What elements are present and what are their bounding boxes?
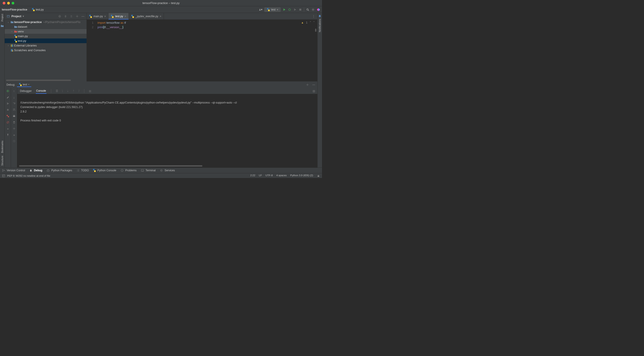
- hide-debug-panel-icon[interactable]: —: [312, 83, 316, 86]
- tree-file-main[interactable]: main.py: [5, 34, 86, 38]
- project-panel-title[interactable]: Project: [12, 14, 21, 18]
- close-tab-icon[interactable]: ×: [104, 14, 106, 18]
- debug-console-settings-icon[interactable]: [12, 127, 16, 130]
- close-session-icon[interactable]: ×: [28, 83, 30, 86]
- browse-history-icon[interactable]: [12, 139, 16, 143]
- breadcrumb-project[interactable]: tensorFlow-practice: [2, 8, 27, 11]
- soft-wrap-icon[interactable]: [12, 102, 16, 105]
- horizontal-scrollbar[interactable]: [6, 80, 71, 81]
- bookmarks-tool-button[interactable]: Bookmarks: [1, 141, 4, 153]
- indent-settings[interactable]: 4 spaces: [276, 174, 287, 178]
- select-opened-file-icon[interactable]: [58, 14, 62, 18]
- tree-folder-venv[interactable]: › venv: [5, 29, 86, 34]
- user-icon[interactable]: ▾: [259, 8, 262, 12]
- tab-pydev[interactable]: _pydev_execfile.py ×: [129, 13, 164, 20]
- jetbrains-toolbox-icon[interactable]: [317, 8, 320, 12]
- expand-all-icon[interactable]: [64, 14, 67, 18]
- close-tab-icon[interactable]: ×: [160, 14, 162, 18]
- debug-settings-icon[interactable]: [306, 83, 309, 86]
- cursor-position[interactable]: 2:22: [250, 174, 255, 178]
- services-tool[interactable]: Services: [160, 168, 175, 172]
- step-out-icon[interactable]: ⇡: [72, 90, 75, 92]
- debug-button[interactable]: [288, 8, 291, 12]
- pin-icon[interactable]: [6, 133, 10, 137]
- tree-external-libraries[interactable]: › External Libraries: [5, 43, 86, 48]
- evaluate-icon[interactable]: ▦: [89, 90, 91, 92]
- panel-settings-icon[interactable]: [75, 14, 79, 18]
- console-horizontal-scrollbar[interactable]: [19, 165, 202, 166]
- step-into-icon[interactable]: ⤵: [62, 90, 63, 92]
- up-stack-icon[interactable]: ↑: [12, 89, 16, 93]
- editor-scrollbar-marker[interactable]: [315, 28, 316, 32]
- tab-main[interactable]: main.py ×: [87, 13, 108, 20]
- project-tool-button[interactable]: Project: [1, 14, 4, 22]
- hide-panel-icon[interactable]: —: [81, 14, 85, 18]
- breadcrumb-file[interactable]: test.py: [36, 8, 44, 11]
- print-icon[interactable]: [12, 114, 16, 118]
- stop-debug-icon[interactable]: [6, 108, 10, 112]
- lock-icon[interactable]: [317, 174, 320, 178]
- scroll-to-end-icon[interactable]: [12, 108, 16, 112]
- coverage-button[interactable]: [293, 8, 297, 12]
- version-control-tool[interactable]: Version Control: [2, 168, 25, 172]
- resume-icon[interactable]: [6, 102, 10, 105]
- settings-button[interactable]: [311, 8, 315, 12]
- line-separator[interactable]: LF: [259, 174, 262, 178]
- close-tab-icon[interactable]: ×: [124, 14, 126, 18]
- inspection-badges[interactable]: ▲ 1 ˄ ˅: [301, 21, 314, 24]
- warning-icon[interactable]: ▲: [301, 21, 304, 24]
- code-body[interactable]: import tensorflow as tf print(tf.__versi…: [96, 20, 317, 82]
- collapse-all-icon[interactable]: [70, 14, 73, 18]
- view-breakpoints-icon[interactable]: [6, 114, 10, 118]
- search-everywhere-button[interactable]: [306, 8, 310, 12]
- expand-arrow-icon[interactable]: ›: [10, 30, 14, 33]
- todo-tool[interactable]: TODO: [76, 168, 89, 172]
- console-tab[interactable]: Console: [36, 88, 46, 94]
- debug-tool[interactable]: Debug: [29, 168, 42, 172]
- expand-arrow-icon[interactable]: ⌄: [6, 21, 10, 23]
- show-python-prompt-icon[interactable]: »: [12, 133, 16, 137]
- clear-console-icon[interactable]: [12, 120, 16, 124]
- modify-run-icon[interactable]: [6, 96, 10, 99]
- down-stack-icon[interactable]: ↓: [12, 96, 16, 99]
- layout-settings-icon[interactable]: ▤: [312, 90, 315, 92]
- folder-tool-icon[interactable]: [0, 24, 4, 28]
- file-encoding[interactable]: UTF-8: [266, 174, 273, 178]
- python-console-tool[interactable]: Python Console: [93, 169, 116, 172]
- minimize-window-button[interactable]: [7, 2, 10, 4]
- expand-arrow-icon[interactable]: ›: [6, 44, 10, 47]
- tabs-more-icon[interactable]: ⋮: [310, 13, 317, 20]
- maximize-window-button[interactable]: [12, 2, 14, 4]
- console-output[interactable]: /Users/shudesheng/miniforge3/envs/tf26/b…: [17, 94, 317, 168]
- breadcrumb[interactable]: tensorFlow-practice 〉 test.py: [2, 8, 44, 12]
- project-tree[interactable]: ⌄ tensorFlow-practice ~/PycharmProjects/…: [5, 20, 86, 79]
- stop-button[interactable]: [298, 8, 302, 12]
- tree-file-test[interactable]: test.py: [5, 38, 86, 43]
- notifications-tool-button[interactable]: Notifications: [318, 19, 321, 32]
- project-view-dropdown[interactable]: ▾: [22, 14, 24, 18]
- debugger-tab[interactable]: Debugger: [20, 88, 32, 94]
- run-configuration-selector[interactable]: test ▾: [264, 8, 281, 12]
- close-window-button[interactable]: [3, 2, 5, 4]
- python-interpreter[interactable]: Python 3.9 (tf26) (2): [290, 174, 313, 178]
- tree-scratches[interactable]: Scratches and Consoles: [5, 48, 86, 52]
- mute-breakpoints-icon[interactable]: [6, 120, 10, 124]
- tab-test[interactable]: test.py ×: [108, 13, 129, 20]
- problems-tool[interactable]: Problems: [120, 168, 137, 172]
- debug-run-tab[interactable]: test ×: [17, 82, 31, 87]
- run-to-cursor-icon[interactable]: ⤴: [78, 90, 80, 92]
- tree-folder-dataset[interactable]: dataset: [5, 24, 86, 29]
- prev-highlight-icon[interactable]: ˄: [310, 21, 311, 24]
- step-over-icon[interactable]: ☰: [56, 90, 58, 92]
- tree-root[interactable]: ⌄ tensorFlow-practice ~/PycharmProjects/…: [5, 20, 86, 24]
- notifications-bell-icon[interactable]: [318, 14, 322, 18]
- python-packages-tool[interactable]: Python Packages: [46, 168, 72, 172]
- code-area[interactable]: 12 import tensorflow as tf print(tf.__ve…: [87, 20, 317, 82]
- next-highlight-icon[interactable]: ˅: [313, 21, 314, 24]
- structure-tool-button[interactable]: Structure: [1, 156, 4, 166]
- terminal-tool[interactable]: Terminal: [141, 168, 156, 172]
- tool-windows-icon[interactable]: [2, 174, 5, 178]
- step-into-my-icon[interactable]: ⇣: [67, 90, 69, 92]
- run-button[interactable]: [282, 8, 286, 12]
- more-actions-icon[interactable]: »: [6, 127, 10, 130]
